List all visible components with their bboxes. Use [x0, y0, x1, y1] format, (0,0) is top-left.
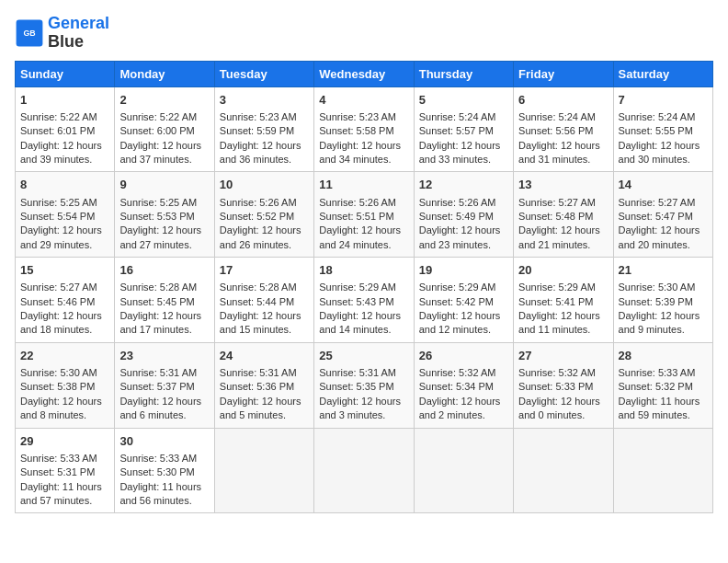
table-row: 9 Sunrise: 5:25 AM Sunset: 5:53 PM Dayli…	[115, 172, 214, 258]
table-row: 1Sunrise: 5:22 AMSunset: 6:01 PMDaylight…	[16, 86, 115, 172]
table-row: 10 Sunrise: 5:26 AM Sunset: 5:52 PM Dayl…	[214, 172, 313, 258]
table-row: 7 Sunrise: 5:24 AM Sunset: 5:55 PM Dayli…	[613, 86, 712, 172]
col-tuesday: Tuesday	[214, 61, 313, 86]
header-row: Sunday Monday Tuesday Wednesday Thursday…	[16, 61, 713, 86]
table-row: 24 Sunrise: 5:31 AM Sunset: 5:36 PM Dayl…	[214, 342, 313, 428]
table-row: 20 Sunrise: 5:29 AM Sunset: 5:41 PM Dayl…	[514, 258, 613, 343]
svg-text:GB: GB	[23, 29, 35, 38]
table-row: 18 Sunrise: 5:29 AM Sunset: 5:43 PM Dayl…	[314, 258, 414, 343]
page-header: GB GeneralBlue	[15, 15, 713, 52]
table-row: 8 Sunrise: 5:25 AM Sunset: 5:54 PM Dayli…	[16, 172, 115, 258]
table-row: 15 Sunrise: 5:27 AM Sunset: 5:46 PM Dayl…	[16, 258, 115, 343]
table-row: 12 Sunrise: 5:26 AM Sunset: 5:49 PM Dayl…	[414, 172, 513, 258]
col-wednesday: Wednesday	[314, 61, 414, 86]
table-row: 29 Sunrise: 5:33 AM Sunset: 5:31 PM Dayl…	[16, 428, 115, 513]
table-row: 2 Sunrise: 5:22 AM Sunset: 6:00 PM Dayli…	[115, 86, 214, 172]
empty-cell	[514, 428, 613, 513]
table-row: 13 Sunrise: 5:27 AM Sunset: 5:48 PM Dayl…	[514, 172, 613, 258]
table-row: 28 Sunrise: 5:33 AM Sunset: 5:32 PM Dayl…	[613, 342, 712, 428]
table-row: 22 Sunrise: 5:30 AM Sunset: 5:38 PM Dayl…	[16, 342, 115, 428]
col-thursday: Thursday	[414, 61, 513, 86]
table-row: 11 Sunrise: 5:26 AM Sunset: 5:51 PM Dayl…	[314, 172, 414, 258]
table-row: 5 Sunrise: 5:24 AM Sunset: 5:57 PM Dayli…	[414, 86, 513, 172]
col-saturday: Saturday	[613, 61, 712, 86]
table-row: 16 Sunrise: 5:28 AM Sunset: 5:45 PM Dayl…	[115, 258, 214, 343]
empty-cell	[214, 428, 313, 513]
empty-cell	[613, 428, 712, 513]
table-row: 17 Sunrise: 5:28 AM Sunset: 5:44 PM Dayl…	[214, 258, 313, 343]
col-friday: Friday	[514, 61, 613, 86]
table-row: 23 Sunrise: 5:31 AM Sunset: 5:37 PM Dayl…	[115, 342, 214, 428]
table-row: 25 Sunrise: 5:31 AM Sunset: 5:35 PM Dayl…	[314, 342, 414, 428]
empty-cell	[414, 428, 513, 513]
table-row: 21 Sunrise: 5:30 AM Sunset: 5:39 PM Dayl…	[613, 258, 712, 343]
table-row: 19 Sunrise: 5:29 AM Sunset: 5:42 PM Dayl…	[414, 258, 513, 343]
table-row: 27 Sunrise: 5:32 AM Sunset: 5:33 PM Dayl…	[514, 342, 613, 428]
empty-cell	[314, 428, 414, 513]
logo-icon: GB	[15, 18, 44, 48]
table-row: 30 Sunrise: 5:33 AM Sunset: 5:30 PM Dayl…	[115, 428, 214, 513]
col-monday: Monday	[115, 61, 214, 86]
table-row: 14 Sunrise: 5:27 AM Sunset: 5:47 PM Dayl…	[613, 172, 712, 258]
week-row: 8 Sunrise: 5:25 AM Sunset: 5:54 PM Dayli…	[16, 172, 713, 258]
week-row: 1Sunrise: 5:22 AMSunset: 6:01 PMDaylight…	[16, 86, 713, 172]
col-sunday: Sunday	[16, 61, 115, 86]
week-row: 15 Sunrise: 5:27 AM Sunset: 5:46 PM Dayl…	[16, 258, 713, 343]
logo-text: GeneralBlue	[48, 15, 109, 52]
logo: GB GeneralBlue	[15, 15, 109, 52]
week-row: 22 Sunrise: 5:30 AM Sunset: 5:38 PM Dayl…	[16, 342, 713, 428]
table-row: 26 Sunrise: 5:32 AM Sunset: 5:34 PM Dayl…	[414, 342, 513, 428]
table-row: 6 Sunrise: 5:24 AM Sunset: 5:56 PM Dayli…	[514, 86, 613, 172]
table-row: 4 Sunrise: 5:23 AM Sunset: 5:58 PM Dayli…	[314, 86, 414, 172]
week-row: 29 Sunrise: 5:33 AM Sunset: 5:31 PM Dayl…	[16, 428, 713, 513]
calendar-table: Sunday Monday Tuesday Wednesday Thursday…	[15, 61, 713, 514]
table-row: 3 Sunrise: 5:23 AM Sunset: 5:59 PM Dayli…	[214, 86, 313, 172]
